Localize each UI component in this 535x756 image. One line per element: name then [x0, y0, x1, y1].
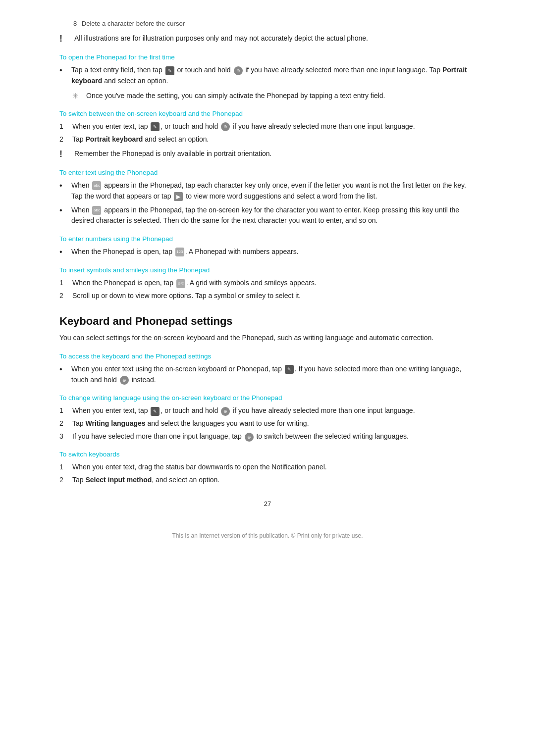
- arrow-icon: ▶: [174, 192, 183, 201]
- section-switch-keyboards-heading: To switch keyboards: [59, 451, 476, 458]
- step-num: 1: [59, 405, 70, 416]
- switch-keyboards-steps: 1 When you enter text, drag the status b…: [59, 462, 476, 485]
- section-change-writing-language: To change writing language using the on-…: [59, 394, 476, 442]
- warning-block: ! All illustrations are for illustration…: [59, 33, 476, 45]
- open-phonepad-bullets: • Tap a text entry field, then tap ✎ or …: [59, 65, 476, 86]
- bullet-dot: •: [59, 180, 68, 191]
- edit-icon: ✎: [165, 66, 174, 75]
- step-num: 3: [59, 431, 70, 442]
- step-text: If you have selected more than one input…: [72, 431, 409, 442]
- step-text: Scroll up or down to view more options. …: [72, 291, 301, 301]
- step-text: When you enter text, drag the status bar…: [72, 462, 327, 472]
- access-settings-bullets: • When you enter text using the on-scree…: [59, 364, 476, 385]
- page-number: 27: [59, 500, 476, 507]
- delete-note: 8 Delete a character before the cursor: [73, 20, 476, 27]
- step-item: 2 Tap Select input method, and select an…: [59, 475, 476, 485]
- section-change-writing-language-heading: To change writing language using the on-…: [59, 394, 476, 402]
- warning-text: All illustrations are for illustration p…: [74, 33, 368, 44]
- note-portrait: ! Remember the Phonepad is only availabl…: [59, 149, 476, 160]
- bullet-dot: •: [59, 65, 68, 76]
- step-num: 2: [59, 418, 70, 429]
- edit-icon: ✎: [151, 122, 160, 131]
- step-item: 1 When the Phonepad is open, tap ☺©. A g…: [59, 278, 476, 288]
- step-text: When you enter text, tap ✎, or touch and…: [72, 405, 415, 416]
- step-text: Tap Select input method, and select an o…: [72, 475, 219, 485]
- step-item: 1 When you enter text, drag the status b…: [59, 462, 476, 472]
- enter-text-bullets: • When abc appears in the Phonepad, tap …: [59, 180, 476, 226]
- note-icon: !: [59, 149, 70, 160]
- intro-text: You can select settings for the on-scree…: [59, 333, 476, 344]
- icon-123: 123: [175, 248, 184, 256]
- tip-text: Once you've made the setting, you can si…: [86, 91, 385, 101]
- section-insert-symbols-heading: To insert symbols and smileys using the …: [59, 266, 476, 274]
- bullet-dot: •: [59, 247, 68, 257]
- section-enter-numbers-heading: To enter numbers using the Phonepad: [59, 235, 476, 243]
- delete-note-text: Delete a character before the cursor: [82, 20, 185, 27]
- section-insert-symbols: To insert symbols and smileys using the …: [59, 266, 476, 301]
- tip-icon: ✳: [72, 91, 83, 101]
- sym-icon: ☺©: [176, 279, 185, 288]
- insert-symbols-steps: 1 When the Phonepad is open, tap ☺©. A g…: [59, 278, 476, 301]
- section-enter-numbers: To enter numbers using the Phonepad • Wh…: [59, 235, 476, 257]
- tip-block: ✳ Once you've made the setting, you can …: [72, 91, 476, 101]
- bullet-dot: •: [59, 205, 68, 216]
- step-item: 3 If you have selected more than one inp…: [59, 431, 476, 442]
- bullet-item: • When abc appears in the Phonepad, tap …: [59, 205, 476, 226]
- globe-icon: ⊕: [120, 376, 129, 385]
- abc-icon: abc: [92, 181, 101, 190]
- warning-icon: !: [59, 33, 70, 45]
- page-footer: This is an Internet version of this publ…: [59, 532, 476, 539]
- edit-icon: ✎: [151, 407, 160, 416]
- globe-icon: ⊕: [234, 66, 243, 75]
- step-num: 2: [59, 134, 70, 145]
- step-text: Tap Writing languages and select the lan…: [72, 418, 309, 429]
- step-text: When the Phonepad is open, tap ☺©. A gri…: [72, 278, 317, 288]
- step-num: 1: [59, 278, 70, 288]
- step-item: 1 When you enter text, tap ✎, or touch a…: [59, 405, 476, 416]
- globe-icon: ⊕: [245, 433, 254, 442]
- switch-keyboard-steps: 1 When you enter text, tap ✎, or touch a…: [59, 121, 476, 145]
- step-item: 2 Tap Writing languages and select the l…: [59, 418, 476, 429]
- bullet-text: When abc appears in the Phonepad, tap th…: [71, 205, 476, 226]
- step-item: 2 Tap Portrait keyboard and select an op…: [59, 134, 476, 145]
- bullet-item: • Tap a text entry field, then tap ✎ or …: [59, 65, 476, 86]
- section-enter-text-heading: To enter text using the Phonepad: [59, 169, 476, 176]
- delete-note-num: 8: [73, 20, 77, 27]
- step-text: When you enter text, tap ✎, or touch and…: [72, 121, 415, 132]
- section-access-settings: To access the keyboard and the Phonepad …: [59, 353, 476, 385]
- section-access-settings-heading: To access the keyboard and the Phonepad …: [59, 353, 476, 360]
- bullet-text: When the Phonepad is open, tap 123. A Ph…: [71, 247, 299, 257]
- bullet-item: • When the Phonepad is open, tap 123. A …: [59, 247, 476, 257]
- section-open-phonepad-heading: To open the Phonepad for the first time: [59, 53, 476, 61]
- section-open-phonepad: To open the Phonepad for the first time …: [59, 53, 476, 101]
- step-item: 1 When you enter text, tap ✎, or touch a…: [59, 121, 476, 132]
- section-enter-text: To enter text using the Phonepad • When …: [59, 169, 476, 226]
- edit-icon: ✎: [285, 365, 294, 374]
- section-switch-keyboard: To switch between the on-screen keyboard…: [59, 110, 476, 160]
- section-switch-keyboard-heading: To switch between the on-screen keyboard…: [59, 110, 476, 117]
- bullet-item: • When you enter text using the on-scree…: [59, 364, 476, 385]
- bullet-item: • When abc appears in the Phonepad, tap …: [59, 180, 476, 202]
- globe-icon: ⊕: [221, 122, 230, 131]
- step-num: 1: [59, 462, 70, 472]
- bullet-dot: •: [59, 364, 68, 375]
- section-switch-keyboards: To switch keyboards 1 When you enter tex…: [59, 451, 476, 485]
- bullet-text: When you enter text using the on-screen …: [71, 364, 476, 385]
- step-text: Tap Portrait keyboard and select an opti…: [72, 134, 209, 145]
- bullet-text: Tap a text entry field, then tap ✎ or to…: [71, 65, 476, 86]
- note-text: Remember the Phonepad is only available …: [74, 149, 271, 159]
- bullet-text: When abc appears in the Phonepad, tap ea…: [71, 180, 476, 202]
- step-num: 1: [59, 121, 70, 132]
- step-num: 2: [59, 475, 70, 485]
- step-item: 2 Scroll up or down to view more options…: [59, 291, 476, 301]
- abc2-icon: abc: [92, 206, 101, 215]
- main-heading: Keyboard and Phonepad settings: [59, 315, 476, 328]
- enter-numbers-bullets: • When the Phonepad is open, tap 123. A …: [59, 247, 476, 257]
- change-writing-language-steps: 1 When you enter text, tap ✎, or touch a…: [59, 405, 476, 442]
- globe-icon: ⊕: [221, 407, 230, 416]
- step-num: 2: [59, 291, 70, 301]
